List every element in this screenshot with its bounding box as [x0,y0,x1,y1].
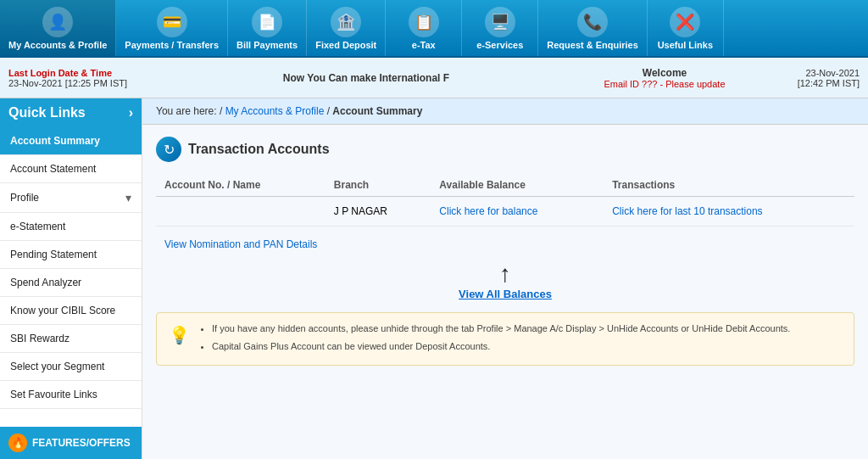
login-value: 23-Nov-2021 [12:25 PM IST] [8,78,153,88]
features-offers-label: FEATURES/OFFERS [32,437,131,449]
notice-box: 💡 If you have any hidden accounts, pleas… [156,312,854,366]
sidebar: Quick Links › Account Summary Account St… [0,98,142,459]
bill-payments-icon: 📄 [252,7,282,37]
transaction-accounts-icon: ↻ [156,137,181,162]
notice-list: If you have any hidden accounts, please … [198,322,790,356]
main-layout: Quick Links › Account Summary Account St… [0,98,868,459]
view-all-balances-link[interactable]: View All Balances [459,288,552,300]
sidebar-item-estatement[interactable]: e-Statement [0,213,142,241]
accounts-profile-icon: 👤 [42,7,73,37]
nav-item-eservices[interactable]: 🖥️ e-Services [462,0,538,56]
login-info: Last Login Date & Time 23-Nov-2021 [12:2… [8,68,153,88]
banner-text: Now You Can make International F [153,72,580,84]
notice-item-2: Capital Gains Plus Account can be viewed… [212,339,790,355]
nav-item-fixed-deposit[interactable]: 🏦 Fixed Deposit [307,0,386,56]
breadcrumb-link-accounts[interactable]: My Accounts & Profile [225,105,325,117]
sidebar-item-account-statement[interactable]: Account Statement [0,155,142,183]
col-header-branch: Branch [326,174,431,197]
notice-icon: 💡 [169,322,190,349]
col-header-account: Account No. / Name [156,174,326,197]
content-area: You are here: / My Accounts & Profile / … [142,98,868,459]
time-value: [12:42 PM IST] [749,78,860,88]
sidebar-item-pending-statement[interactable]: Pending Statement [0,241,142,269]
nav-item-payments[interactable]: 💳 Payments / Transfers [116,0,228,56]
cell-transactions: Click here for last 10 transactions [604,197,854,227]
sidebar-item-spend-analyzer[interactable]: Spend Analyzer [0,269,142,297]
eservices-icon: 🖥️ [485,7,515,37]
table-row: J P NAGAR Click here for balance Click h… [156,197,854,227]
payments-icon: 💳 [157,7,187,37]
nomination-pan-link[interactable]: View Nomination and PAN Details [164,238,317,250]
nav-item-bill-payments[interactable]: 📄 Bill Payments [228,0,307,56]
nav-item-request[interactable]: 📞 Request & Enquiries [538,0,648,56]
etax-icon: 📋 [409,7,439,37]
nav-label-request: Request & Enquiries [547,40,638,50]
breadcrumb-current: Account Summary [332,105,422,117]
sidebar-item-favourite-links[interactable]: Set Favourite Links [0,381,142,409]
col-header-transactions: Transactions [604,174,854,197]
nav-label-bill-payments: Bill Payments [236,40,298,50]
nav-item-etax[interactable]: 📋 e-Tax [386,0,462,56]
nav-label-useful-links: Useful Links [658,40,713,50]
sidebar-item-cibil[interactable]: Know your CIBIL Score [0,297,142,325]
transactions-link[interactable]: Click here for last 10 transactions [612,205,762,217]
sidebar-item-profile[interactable]: Profile ▾ [0,183,142,213]
nav-label-eservices: e-Services [476,40,523,50]
section-header: ↻ Transaction Accounts [156,137,854,162]
nav-label-accounts-profile: My Accounts & Profile [8,40,107,50]
top-navigation: 👤 My Accounts & Profile 💳 Payments / Tra… [0,0,868,58]
profile-submenu-arrow: ▾ [125,191,131,204]
sidebar-item-select-segment[interactable]: Select your Segment [0,353,142,381]
sidebar-item-sbi-rewardz[interactable]: SBI Rewardz [0,325,142,353]
cell-account [156,197,326,227]
breadcrumb: You are here: / My Accounts & Profile / … [142,98,868,125]
breadcrumb-prefix: You are here: / [156,105,222,117]
quick-links-label: Quick Links [8,105,86,120]
balance-link[interactable]: Click here for balance [439,205,537,217]
sidebar-arrow-icon: › [129,105,133,120]
nav-item-useful-links[interactable]: ❌ Useful Links [648,0,724,56]
notice-item-1: If you have any hidden accounts, please … [212,322,790,337]
sidebar-header: Quick Links › [0,98,142,127]
nav-label-fixed-deposit: Fixed Deposit [315,40,376,50]
accounts-table: Account No. / Name Branch Available Bala… [156,174,854,227]
sidebar-menu: Account Summary Account Statement Profil… [0,127,142,427]
features-offers-icon: 🔥 [8,434,27,452]
fixed-deposit-icon: 🏦 [331,7,361,37]
nav-label-etax: e-Tax [412,40,436,50]
section-title: Transaction Accounts [188,142,330,157]
welcome-section: Welcome Email ID ??? - Please update [580,67,749,89]
col-header-balance: Available Balance [431,174,604,197]
email-warning: Email ID ??? - Please update [580,79,749,89]
view-all-container: ↑ View All Balances [156,262,854,300]
nav-item-accounts-profile[interactable]: 👤 My Accounts & Profile [0,0,116,56]
date-value: 23-Nov-2021 [749,68,860,78]
content-body: ↻ Transaction Accounts Account No. / Nam… [142,125,868,459]
info-bar: Last Login Date & Time 23-Nov-2021 [12:2… [0,58,868,98]
date-right: 23-Nov-2021 [12:42 PM IST] [749,68,860,88]
request-icon: 📞 [577,7,608,37]
welcome-title: Welcome [580,67,749,79]
useful-links-icon: ❌ [670,7,700,37]
arrow-up-icon: ↑ [156,262,854,286]
features-offers-button[interactable]: 🔥 FEATURES/OFFERS [0,427,142,459]
nav-label-payments: Payments / Transfers [125,40,219,50]
cell-branch: J P NAGAR [326,197,431,227]
login-label: Last Login Date & Time [8,68,153,78]
cell-balance: Click here for balance [431,197,604,227]
sidebar-item-account-summary[interactable]: Account Summary [0,127,142,155]
